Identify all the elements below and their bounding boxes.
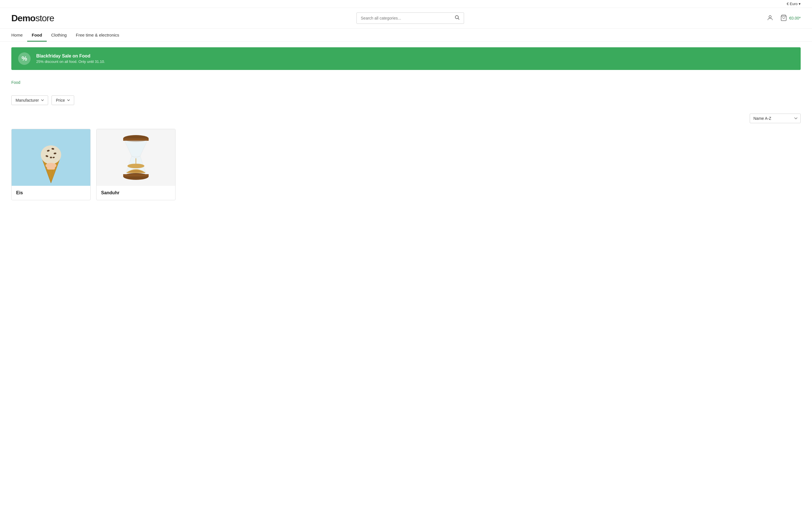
svg-point-2 (769, 16, 771, 18)
promo-banner: % Blackfriday Sale on Food 25% discount … (11, 47, 801, 70)
logo-prefix: Demo (11, 13, 35, 23)
currency-label: € Euro (787, 2, 798, 6)
header: Demostore €0.00* (0, 8, 812, 29)
price-chevron-icon (67, 99, 70, 102)
navigation: Home Food Clothing Free time & electroni… (0, 29, 812, 41)
product-name-sanduhr: Sanduhr (96, 186, 175, 200)
svg-point-12 (50, 156, 52, 158)
search-input[interactable] (361, 16, 452, 20)
cart[interactable]: €0.00* (780, 15, 801, 22)
promo-icon: % (18, 52, 31, 65)
nav-item-home[interactable]: Home (11, 29, 27, 41)
product-grid: Eis (0, 126, 812, 211)
user-icon[interactable] (767, 15, 774, 22)
promo-title: Blackfriday Sale on Food (36, 54, 105, 59)
manufacturer-label: Manufacturer (16, 98, 39, 103)
price-filter[interactable]: Price (52, 95, 74, 105)
svg-rect-15 (47, 164, 55, 170)
logo[interactable]: Demostore (11, 13, 54, 24)
promo-subtitle: 25% discount on all food. Only until 31.… (36, 59, 105, 64)
top-bar: € Euro ▾ (0, 0, 812, 8)
hourglass-illustration (119, 134, 153, 181)
svg-rect-17 (123, 139, 149, 141)
svg-line-1 (458, 19, 460, 20)
product-image-eis (11, 129, 90, 186)
product-card-eis[interactable]: Eis (11, 129, 91, 200)
logo-suffix: store (35, 13, 54, 23)
product-name-eis: Eis (11, 186, 90, 200)
svg-point-7 (41, 145, 61, 164)
manufacturer-chevron-icon (41, 99, 44, 102)
breadcrumb[interactable]: Food (0, 76, 812, 87)
svg-rect-19 (123, 174, 149, 176)
search-bar (356, 12, 464, 24)
filters-row: Manufacturer Price (0, 87, 812, 108)
cart-icon (780, 15, 787, 22)
sort-select[interactable]: Name A-Z Name Z-A Price ascending Price … (750, 114, 801, 123)
sort-row: Name A-Z Name Z-A Price ascending Price … (0, 108, 812, 126)
search-icon (455, 15, 460, 21)
cart-total: €0.00* (789, 16, 801, 20)
header-icons: €0.00* (767, 15, 801, 22)
currency-chevron-icon: ▾ (799, 2, 801, 6)
nav-item-clothing[interactable]: Clothing (47, 29, 71, 41)
promo-content: Blackfriday Sale on Food 25% discount on… (36, 54, 105, 64)
nav-item-food[interactable]: Food (27, 29, 47, 41)
ice-cream-illustration (33, 131, 69, 184)
nav-item-free-time[interactable]: Free time & electronics (71, 29, 124, 41)
svg-point-0 (455, 16, 458, 19)
currency-selector[interactable]: € Euro ▾ (787, 2, 801, 6)
product-card-sanduhr[interactable]: Sanduhr (96, 129, 176, 200)
product-image-sanduhr (96, 129, 175, 186)
manufacturer-filter[interactable]: Manufacturer (11, 95, 48, 105)
price-label: Price (56, 98, 65, 103)
